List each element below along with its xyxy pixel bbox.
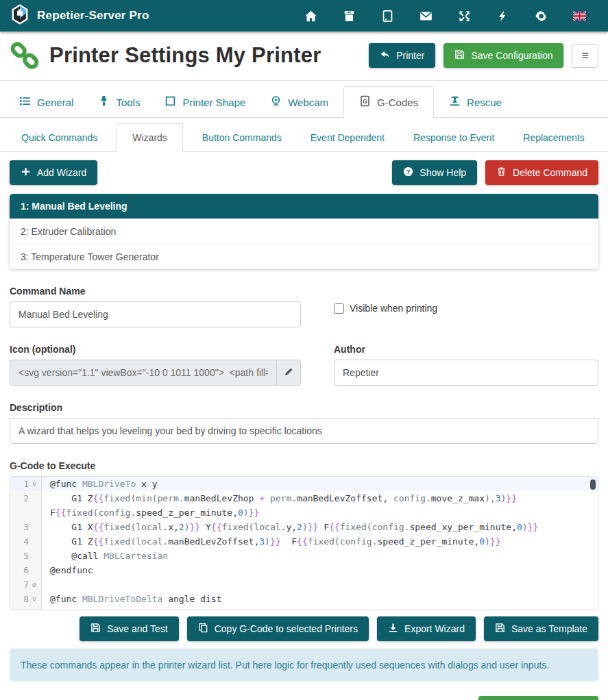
button-label: Copy G-Code to selected Printers: [215, 623, 358, 634]
floppy-icon: [90, 623, 101, 635]
rescue-icon: [449, 95, 461, 109]
webcam-icon: [270, 95, 282, 109]
sub-tabs: Quick CommandsWizardsButton CommandsEven…: [0, 118, 608, 152]
gcode-text[interactable]: [42, 577, 598, 592]
floppy-icon: [495, 623, 505, 635]
chain-link-icon: [10, 40, 40, 71]
gcode-line: 1v@func MBLDriveTo x y: [10, 477, 598, 491]
tab-rescue[interactable]: Rescue: [439, 87, 511, 117]
description-label: Description: [10, 402, 598, 413]
gcode-text[interactable]: G1 Z{{fixed(min(perm.manBedLevDeltaZhop …: [42, 606, 598, 610]
editor-scrollbar-thumb[interactable]: [590, 479, 596, 490]
description-input[interactable]: [10, 418, 598, 444]
tab-g-codes[interactable]: GG-Codes: [343, 86, 434, 118]
gcode-text[interactable]: G1 Z{{fixed(local.manBedLevZoffset,3)}} …: [42, 534, 598, 549]
add-wizard-button[interactable]: Add Wizard: [10, 160, 97, 185]
gcode-line: 3 G1 X{{fixed(local.x,2)}} Y{{fixed(loca…: [10, 520, 598, 534]
gcode-editor[interactable]: 1v@func MBLDriveTo x y2 G1 Z{{fixed(min(…: [10, 476, 598, 610]
delete-command-button[interactable]: Delete Command: [485, 160, 598, 185]
square-icon: [165, 95, 176, 109]
subtab-response-to-event[interactable]: Response to Event: [404, 124, 504, 151]
empty-line-icon: ⌀: [30, 577, 38, 592]
footer-buttons: Save and TestCopy G-Code to selected Pri…: [10, 616, 598, 641]
fold-arrow-icon[interactable]: v: [30, 592, 38, 606]
tab-printer-shape[interactable]: Printer Shape: [155, 87, 255, 117]
line-number: 6: [14, 563, 29, 577]
question-icon: ?: [403, 166, 413, 179]
wizard-list-item[interactable]: 2: Extruder Calibration: [10, 218, 598, 244]
line-number: 2: [14, 491, 29, 505]
wizard-list-item[interactable]: 3: Temperature Tower Generator: [10, 244, 598, 269]
gcode-line: 5 @call MBLCartesian: [10, 549, 598, 563]
gcode-lines: 1v@func MBLDriveTo x y2 G1 Z{{fixed(min(…: [10, 477, 598, 610]
tab-tools[interactable]: Tools: [88, 87, 149, 117]
pencil-icon: [284, 366, 294, 379]
line-number: 7: [14, 577, 29, 592]
page-title: Printer Settings My Printer: [49, 43, 321, 68]
uk-flag-icon[interactable]: [560, 0, 598, 32]
tab-general[interactable]: General: [10, 87, 83, 117]
icon-svg-input[interactable]: [10, 360, 277, 386]
save-and-test-button[interactable]: Save and Test: [80, 616, 178, 641]
icon-label: Icon (optional): [10, 344, 301, 355]
subtab-button-commands[interactable]: Button Commands: [193, 124, 291, 151]
wizard-list-item[interactable]: 1: Manual Bed Leveling: [10, 194, 598, 218]
brand[interactable]: Repetier-Server Pro: [10, 3, 149, 28]
tools-icon: [98, 95, 110, 109]
gcode-line: 6@endfunc: [10, 563, 598, 577]
gcode-text[interactable]: @func MBLDriveTo x y: [42, 477, 598, 491]
icon-edit-button[interactable]: [277, 360, 301, 386]
top-navbar: Repetier-Server Pro: [0, 0, 608, 32]
gcode-line: 7⌀: [10, 577, 598, 592]
gcode-text[interactable]: G1 Z{{fixed(min(perm.manBedLevZhop + per…: [42, 491, 598, 520]
expand-icon[interactable]: [445, 0, 483, 32]
printer-button[interactable]: Printer: [369, 43, 435, 68]
tab-label: Printer Shape: [182, 97, 245, 108]
tab-label: Webcam: [288, 97, 328, 108]
tab-label: General: [37, 97, 73, 108]
save-as-template-button[interactable]: Save as Template: [484, 616, 598, 641]
wizard-list: 1: Manual Bed Leveling2: Extruder Calibr…: [10, 194, 598, 269]
menu-button[interactable]: ≡: [572, 44, 598, 68]
gcode-gutter: 8v: [10, 592, 42, 606]
fold-arrow-icon[interactable]: v: [30, 477, 38, 491]
gcode-gutter: 3: [10, 520, 42, 534]
copy-g-code-to-selected-printers-button[interactable]: Copy G-Code to selected Printers: [187, 616, 369, 641]
show-help-button[interactable]: ? Show Help: [392, 160, 477, 185]
gcode-text[interactable]: @func MBLDriveToDelta angle dist: [42, 592, 598, 606]
envelope-icon[interactable]: [406, 0, 445, 32]
gcode-label: G-Code to Execute: [10, 460, 598, 471]
gcode-file-icon: G: [359, 95, 371, 109]
gcode-text[interactable]: @call MBLCartesian: [42, 549, 598, 563]
line-number: 5: [14, 549, 29, 563]
home-icon[interactable]: [291, 0, 330, 32]
tablet-icon[interactable]: [368, 0, 406, 32]
printer-box-icon[interactable]: [330, 0, 368, 32]
save-configuration-button[interactable]: Save Configuration: [443, 43, 563, 68]
command-name-input[interactable]: [10, 301, 301, 327]
tab-label: Tools: [116, 97, 140, 108]
gcode-gutter: 5: [10, 549, 42, 563]
subtab-quick-commands[interactable]: Quick Commands: [12, 124, 107, 151]
list-icon: [19, 95, 31, 109]
subtab-event-dependent[interactable]: Event Dependent: [301, 124, 394, 151]
gcode-text[interactable]: @endfunc: [42, 563, 598, 577]
subtab-wizards[interactable]: Wizards: [117, 123, 183, 152]
tab-label: G-Codes: [377, 97, 418, 108]
button-label: Export Wizard: [404, 623, 465, 634]
gear-icon[interactable]: [522, 0, 560, 32]
visible-when-printing[interactable]: Visible when printing: [334, 269, 598, 314]
bolt-icon[interactable]: [483, 0, 522, 32]
info-box: These commands appear in the printer wiz…: [10, 649, 598, 682]
visible-when-printing-checkbox[interactable]: [334, 303, 344, 314]
bottom-save-configuration-button[interactable]: Save Configuration: [478, 696, 598, 700]
back-arrow-icon: [380, 49, 390, 62]
subtab-replacements[interactable]: Replacements: [513, 124, 594, 151]
tab-webcam[interactable]: Webcam: [260, 87, 338, 117]
gcode-line: 2 G1 Z{{fixed(min(perm.manBedLevZhop + p…: [10, 491, 598, 520]
export-wizard-button[interactable]: Export Wizard: [377, 616, 476, 641]
svg-text:?: ?: [406, 168, 411, 175]
gcode-text[interactable]: G1 X{{fixed(local.x,2)}} Y{{fixed(local.…: [42, 520, 598, 534]
author-input[interactable]: [334, 360, 598, 386]
download-icon: [388, 623, 398, 635]
